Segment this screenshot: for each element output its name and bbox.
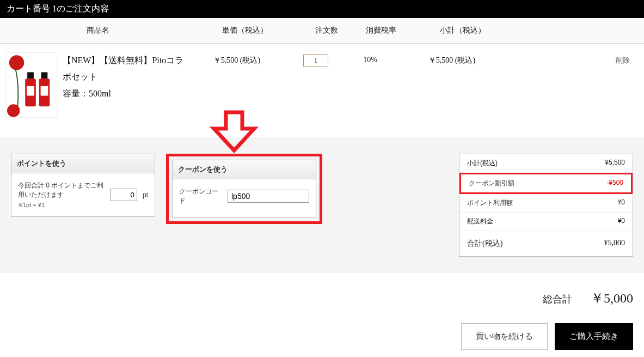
svg-rect-4 [27, 72, 34, 79]
coupon-highlight: クーポンを使う クーポンコード [166, 154, 322, 224]
continue-shopping-button[interactable]: 買い物を続ける [461, 323, 548, 350]
svg-rect-6 [41, 72, 48, 79]
delete-link[interactable]: 削除 [616, 56, 630, 64]
button-bar: 買い物を続ける ご購入手続き [0, 312, 644, 357]
product-title: 【NEW】【送料無料】Pitoコラボセット [63, 52, 185, 86]
summary-coupon-value: -¥500 [606, 179, 623, 188]
cart-header: カート番号 1のご注文内容 [0, 0, 644, 18]
grand-value: ￥5,000 [591, 291, 633, 305]
point-note: ※1pt = ¥1 [18, 202, 105, 209]
table-header: 商品名 単価（税込） 注文数 消費税率 小計（税込） [0, 18, 644, 44]
point-panel-title: ポイントを使う [11, 154, 155, 173]
summary-total-label: 合計(税込) [467, 239, 502, 249]
svg-rect-7 [27, 86, 34, 96]
quantity-input[interactable] [303, 55, 328, 66]
summary-total-value: ¥5,000 [604, 239, 625, 249]
summary-ship-value: ¥0 [618, 217, 625, 226]
summary-coupon-label: クーポン割引額 [469, 179, 514, 188]
summary-ship-label: 配送料金 [467, 217, 493, 226]
point-input[interactable] [110, 189, 137, 201]
summary-subtotal-label: 小計(税込) [467, 159, 498, 168]
product-spec: 容量：500ml [63, 86, 185, 102]
point-desc: 今回合計 0 ポイントまでご利用いただけます [18, 181, 105, 199]
summary-coupon-row-highlight: クーポン割引額 -¥500 [459, 173, 633, 194]
grand-label: 総合計 [543, 294, 572, 305]
grand-total: 総合計 ￥5,000 [0, 273, 644, 312]
svg-rect-8 [41, 86, 48, 96]
arrow-icon [210, 110, 259, 154]
coupon-panel-title: クーポンを使う [173, 160, 316, 179]
point-unit: pt [143, 191, 148, 199]
point-panel: ポイントを使う 今回合計 0 ポイントまでご利用いただけます ※1pt = ¥1… [11, 154, 155, 217]
svg-point-1 [9, 55, 24, 70]
coupon-panel: クーポンを使う クーポンコード [172, 160, 316, 218]
col-name: 商品名 [5, 26, 191, 35]
cart-item-row: 【NEW】【送料無料】Pitoコラボセット 容量：500ml ￥5,500 (税… [0, 44, 644, 126]
coupon-code-input[interactable] [228, 190, 309, 203]
lower-section: ポイントを使う 今回合計 0 ポイントまでご利用いただけます ※1pt = ¥1… [0, 137, 644, 273]
summary-point-label: ポイント利用額 [467, 198, 513, 208]
summary-panel: 小計(税込) ¥5,500 クーポン割引額 -¥500 ポイント利用額 ¥0 配… [459, 154, 633, 257]
col-tax: 消費税率 [354, 26, 408, 35]
product-info: 【NEW】【送料無料】Pitoコラボセット 容量：500ml [57, 52, 185, 102]
checkout-button[interactable]: ご購入手続き [555, 323, 633, 350]
item-tax: 10% [343, 52, 397, 64]
item-subtotal: ￥5,500 (税込) [397, 52, 506, 65]
summary-point-value: ¥0 [618, 198, 625, 208]
product-image [5, 52, 57, 118]
col-subtotal: 小計（税込） [408, 26, 517, 35]
summary-subtotal-value: ¥5,500 [605, 159, 625, 168]
col-qty: 注文数 [299, 26, 354, 35]
item-price: ￥5,500 (税込) [185, 52, 289, 65]
col-price: 単価（税込） [191, 26, 299, 35]
coupon-label: クーポンコード [179, 187, 222, 205]
